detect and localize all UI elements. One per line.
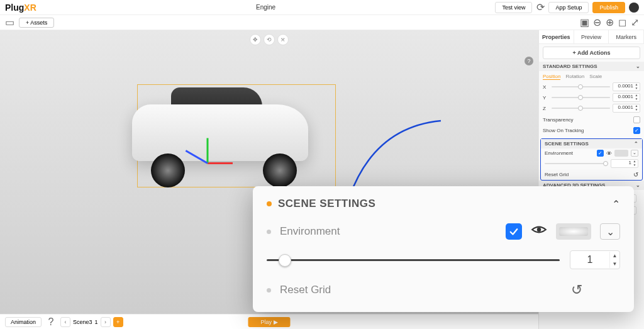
subtab-rotation[interactable]: Rotation	[565, 74, 584, 80]
scene-prev-button[interactable]: ‹	[60, 317, 70, 327]
step-up-icon[interactable]: ▲	[610, 252, 619, 260]
popup-environment-label: Environment	[280, 225, 340, 238]
popup-environment-input[interactable]: 1 ▲▼	[570, 250, 620, 269]
check-icon	[508, 226, 519, 237]
add-actions-button[interactable]: + Add Actions	[543, 47, 640, 59]
popup-eye-icon[interactable]	[531, 221, 547, 242]
axis-x-label: X	[543, 84, 549, 90]
chevron-down-icon: ⌄	[636, 64, 640, 69]
slider-y[interactable]	[552, 94, 610, 101]
svg-point-0	[537, 228, 541, 232]
topbar: PlugXR Engine Test view ⟳ App Setup Publ…	[0, 0, 644, 15]
show-on-tracking-label: Show On Tracking	[543, 128, 584, 133]
select-tool-icon[interactable]: ▣	[580, 18, 589, 27]
popup-reset-icon[interactable]: ↺	[571, 282, 582, 298]
reset-grid-label: Reset Grid	[545, 172, 569, 177]
show-on-tracking-checkbox[interactable]	[633, 127, 640, 134]
popup-environment-thumbnail[interactable]	[556, 223, 591, 240]
environment-thumbnail[interactable]	[614, 150, 628, 157]
assets-button[interactable]: Assets	[19, 18, 54, 28]
slider-x[interactable]	[552, 84, 610, 90]
environment-slider[interactable]	[545, 160, 608, 167]
scene-label: Scene3	[73, 319, 92, 325]
popup-environment-slider[interactable]	[267, 253, 560, 267]
input-y[interactable]: 0.0001▲▼	[613, 93, 640, 102]
environment-value-input[interactable]: 1▲▼	[611, 159, 638, 168]
section-standard-label: Standard Settings	[543, 64, 597, 69]
popup-environment-dropdown[interactable]: ⌄	[600, 223, 620, 240]
info-icon[interactable]: ?	[525, 57, 533, 65]
bullet-icon	[267, 288, 271, 293]
animation-button[interactable]: Animation	[5, 317, 42, 327]
scene-next-button[interactable]: ›	[101, 317, 111, 327]
app-setup-button[interactable]: App Setup	[548, 2, 589, 13]
tab-properties[interactable]: Properties	[539, 30, 574, 43]
slider-z[interactable]	[552, 105, 610, 111]
scene-add-button[interactable]: +	[113, 317, 123, 327]
popup-environment-checkbox[interactable]	[506, 223, 522, 240]
move-tool-icon[interactable]: ✥	[250, 34, 261, 45]
page-title: Engine	[36, 4, 496, 11]
rotate-tool-icon[interactable]: ⟲	[264, 34, 275, 45]
transparency-label: Transparency	[543, 117, 574, 123]
bullet-icon	[267, 230, 271, 234]
input-x[interactable]: 0.0001▲▼	[613, 82, 640, 91]
collapse-icon[interactable]: ⌃	[612, 198, 620, 210]
step-down-icon[interactable]: ▼	[634, 87, 639, 91]
test-view-button[interactable]: Test view	[495, 2, 532, 13]
environment-checkbox[interactable]	[597, 150, 604, 157]
chevron-up-icon: ⌃	[634, 141, 638, 147]
subtab-position[interactable]: Position	[543, 74, 560, 80]
bullet-icon	[267, 201, 272, 206]
play-button[interactable]: Play ▶	[248, 317, 290, 327]
publish-button[interactable]: Publish	[592, 2, 625, 13]
axis-z-label: Z	[543, 106, 549, 111]
environment-dropdown[interactable]: ⌄	[631, 150, 638, 157]
transparency-checkbox[interactable]	[633, 116, 640, 123]
tab-markers[interactable]: Markers	[609, 30, 644, 43]
refresh-icon[interactable]: ⟳	[536, 3, 545, 12]
chevron-down-icon: ⌄	[636, 182, 640, 188]
input-z[interactable]: 0.0001▲▼	[613, 104, 640, 113]
bottom-bar: Animation ? ‹ Scene3 1 › + Play ▶	[0, 314, 538, 329]
frame-icon[interactable]: ◻	[618, 18, 626, 27]
scene-settings-popup: SCENE SETTINGS ⌃ Environment ⌄ 1 ▲▼ Rese…	[253, 186, 634, 312]
environment-label: Environment	[545, 150, 573, 156]
section-scene-label: Scene Settings	[545, 141, 589, 147]
popup-title: SCENE SETTINGS	[278, 198, 375, 210]
section-scene-settings[interactable]: Scene Settings ⌃	[541, 139, 642, 148]
subtab-scale[interactable]: Scale	[589, 74, 602, 80]
car-model[interactable]	[132, 93, 308, 187]
zoom-out-icon[interactable]: ⊖	[592, 18, 601, 27]
expand-icon[interactable]: ⤢	[630, 18, 639, 27]
tab-preview[interactable]: Preview	[574, 30, 609, 43]
section-standard-settings[interactable]: Standard Settings ⌄	[539, 62, 644, 71]
user-avatar[interactable]	[629, 3, 639, 13]
app-logo: PlugXR	[5, 3, 36, 13]
scale-tool-icon[interactable]: ⤧	[277, 34, 289, 45]
step-down-icon[interactable]: ▼	[610, 260, 619, 268]
axis-y-label: Y	[543, 95, 549, 101]
scene-index: 1	[95, 319, 98, 325]
folder-icon[interactable]: ▭	[5, 18, 14, 27]
popup-reset-grid-label: Reset Grid	[280, 284, 331, 296]
zoom-in-icon[interactable]: ⊕	[605, 18, 614, 27]
animation-help-icon[interactable]: ?	[47, 318, 55, 326]
toolbar: ▭ Assets ▣ ⊖ ⊕ ◻ ⤢	[0, 15, 644, 30]
eye-icon[interactable]: 👁	[606, 150, 612, 157]
reset-icon[interactable]: ↺	[633, 171, 638, 178]
